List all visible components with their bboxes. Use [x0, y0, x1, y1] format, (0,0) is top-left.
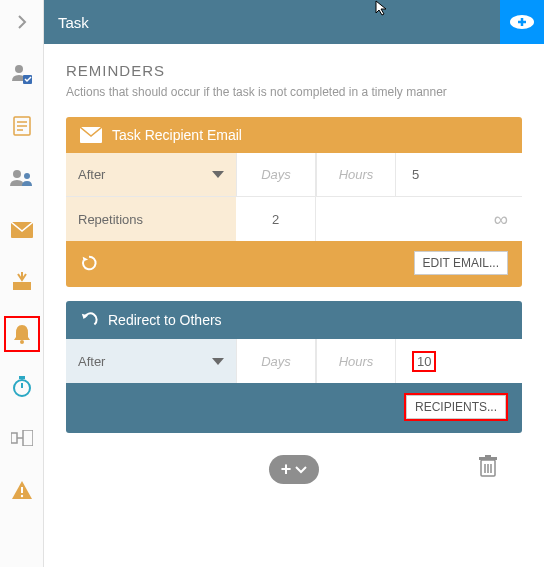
sidebar-collapse[interactable]: [4, 4, 40, 40]
hours-cell[interactable]: Hours: [316, 339, 396, 383]
inbox-icon: [12, 272, 32, 292]
card-title: Redirect to Others: [108, 312, 222, 328]
preview-button[interactable]: [500, 0, 544, 44]
page-title: Task: [58, 14, 89, 31]
sidebar-item-process[interactable]: [4, 420, 40, 456]
hours-value-highlight: 10: [412, 351, 436, 372]
sidebar-item-followers[interactable]: [4, 160, 40, 196]
hours-value[interactable]: 10: [396, 339, 522, 383]
bottom-bar: +: [66, 447, 522, 498]
after-row: After Days Hours 5: [66, 153, 522, 197]
card-title: Task Recipient Email: [112, 127, 242, 143]
recipients-highlight: RECIPIENTS...: [404, 393, 508, 421]
days-cell[interactable]: Days: [236, 153, 316, 196]
svg-point-11: [20, 340, 24, 344]
add-reminder-button[interactable]: +: [269, 455, 320, 484]
stopwatch-icon: [11, 375, 33, 397]
repetitions-label: Repetitions: [66, 197, 236, 241]
users-icon: [10, 169, 34, 187]
redirect-icon: [80, 311, 98, 329]
after-row: After Days Hours 10: [66, 339, 522, 383]
svg-rect-14: [19, 376, 25, 379]
svg-rect-9: [13, 282, 31, 290]
sidebar-item-inbox[interactable]: [4, 264, 40, 300]
after-dropdown[interactable]: After: [66, 153, 236, 196]
hours-value[interactable]: 5: [396, 153, 522, 196]
card-footer: RECIPIENTS...: [66, 383, 522, 433]
sidebar-item-assignee[interactable]: [4, 56, 40, 92]
trash-icon: [478, 455, 498, 477]
after-label: After: [78, 167, 105, 182]
svg-point-19: [20, 495, 22, 497]
envelope-icon: [11, 222, 33, 238]
repetitions-row: Repetitions 2 ∞: [66, 197, 522, 241]
chevron-down-icon: [212, 358, 224, 365]
infinity-icon[interactable]: ∞: [494, 197, 522, 241]
svg-point-0: [15, 65, 23, 73]
sidebar-item-email[interactable]: [4, 212, 40, 248]
svg-point-6: [13, 170, 21, 178]
chevron-right-icon: [15, 15, 29, 29]
days-cell[interactable]: Days: [236, 339, 316, 383]
chevron-down-icon: [212, 171, 224, 178]
hours-cell[interactable]: Hours: [316, 153, 396, 196]
section-title: REMINDERS: [66, 62, 522, 79]
sidebar-item-form[interactable]: [4, 108, 40, 144]
after-dropdown[interactable]: After: [66, 339, 236, 383]
sidebar: [0, 0, 44, 567]
after-label: After: [78, 354, 105, 369]
content-area: REMINDERS Actions that should occur if t…: [44, 44, 544, 567]
svg-rect-17: [23, 430, 33, 446]
sidebar-item-warning[interactable]: [4, 472, 40, 508]
bell-icon: [12, 323, 32, 345]
main-panel: Task REMINDERS Actions that should occur…: [44, 0, 544, 567]
plus-icon: +: [281, 459, 292, 480]
chevron-down-icon: [295, 466, 307, 474]
sidebar-item-timer[interactable]: [4, 368, 40, 404]
sidebar-item-reminders[interactable]: [4, 316, 40, 352]
section-subtitle: Actions that should occur if the task is…: [66, 85, 522, 99]
svg-rect-15: [11, 433, 17, 443]
edit-email-button[interactable]: EDIT EMAIL...: [414, 251, 508, 275]
reminder-card-email: Task Recipient Email After Days Hours 5 …: [66, 117, 522, 287]
card-footer: EDIT EMAIL...: [66, 241, 522, 287]
repetitions-value[interactable]: 2: [236, 197, 316, 241]
refresh-icon[interactable]: [80, 254, 98, 272]
recipients-button[interactable]: RECIPIENTS...: [406, 395, 506, 419]
reminder-card-redirect: Redirect to Others After Days Hours 10 R…: [66, 301, 522, 433]
titlebar: Task: [44, 0, 544, 44]
card-header: Task Recipient Email: [66, 117, 522, 153]
envelope-icon: [80, 127, 102, 143]
delete-button[interactable]: [478, 455, 498, 481]
document-icon: [13, 116, 31, 136]
activity-icon: [11, 430, 33, 446]
user-check-icon: [11, 63, 33, 85]
svg-rect-28: [479, 457, 497, 460]
svg-rect-29: [485, 455, 491, 457]
card-header: Redirect to Others: [66, 301, 522, 339]
warning-icon: [11, 480, 33, 500]
svg-point-7: [24, 173, 30, 179]
eye-plus-icon: [509, 13, 535, 31]
